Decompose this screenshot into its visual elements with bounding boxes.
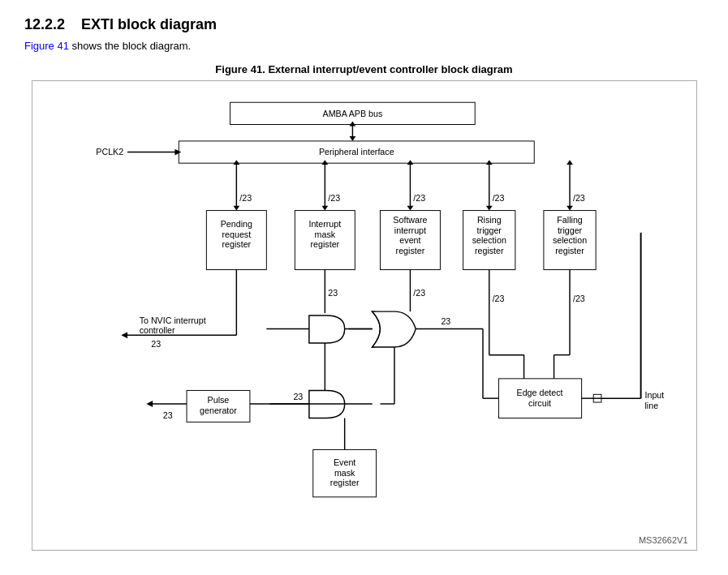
edge-detect-label: Edge detect: [516, 388, 562, 397]
peripheral-interface-label: Peripheral interface: [318, 147, 394, 157]
amba-apb-label: AMBA APB bus: [322, 109, 382, 118]
watermark: MS32662V1: [639, 535, 688, 545]
interrupt-mask-label2: mask: [314, 230, 335, 239]
bus-label-5: /23: [572, 193, 584, 203]
edge-detect-label2: circuit: [528, 398, 551, 408]
software-interrupt-label4: register: [395, 246, 424, 255]
rising-trigger-label2: trigger: [476, 225, 502, 235]
bus-label-1: /23: [239, 193, 252, 203]
pending-request-label3: register: [222, 239, 251, 249]
svg-marker-20: [566, 206, 573, 211]
pulse-bus-label: 23: [293, 392, 303, 401]
svg-marker-14: [407, 206, 413, 211]
rising-bus-label: /23: [492, 294, 504, 303]
svg-marker-17: [485, 206, 492, 211]
svg-marker-2: [349, 136, 355, 141]
falling-bus-label: /23: [572, 294, 584, 303]
pulse-gen-label: Pulse: [207, 395, 229, 405]
rising-trigger-label: Rising: [476, 215, 501, 225]
input-line-label2: line: [644, 401, 658, 410]
input-line-label: Input: [644, 390, 664, 400]
figure-caption: Figure 41. External interrupt/event cont…: [24, 63, 704, 75]
bus-label-2: /23: [328, 193, 340, 203]
bus-label-4: /23: [492, 193, 504, 203]
section-header: 12.2.2 EXTI block diagram: [24, 16, 704, 33]
section-number: 12.2.2: [24, 16, 65, 33]
event-mask-label: Event: [333, 457, 355, 467]
pulse-out-bus-label: 23: [162, 410, 172, 420]
falling-trigger-label4: register: [555, 246, 584, 255]
diagram-container: AMBA APB bus Peripheral interface PCLK2 …: [32, 80, 697, 551]
pending-request-label: Pending: [220, 219, 252, 229]
bus-label-3: /23: [413, 193, 425, 203]
to-nvic-label2: controller: [139, 325, 174, 335]
interrupt-mask-label3: register: [310, 239, 339, 249]
svg-marker-8: [233, 206, 239, 211]
event-mask-label3: register: [330, 478, 359, 487]
pulse-gen-label2: generator: [200, 406, 237, 415]
pclk2-label: PCLK2: [96, 147, 123, 157]
nvic-bus-label: 23: [151, 339, 161, 349]
event-mask-label2: mask: [334, 468, 355, 478]
svg-marker-29: [121, 332, 127, 338]
and-bus-label1: 23: [328, 288, 338, 298]
svg-marker-41: [146, 401, 153, 407]
pending-request-label2: request: [222, 230, 251, 239]
or-bus-label1: /23: [413, 288, 425, 298]
software-interrupt-label: Software: [393, 215, 427, 225]
or-out-bus-label: 23: [441, 316, 450, 326]
software-interrupt-label3: event: [399, 235, 420, 245]
rising-trigger-label4: register: [474, 246, 503, 255]
interrupt-mask-label: Interrupt: [308, 219, 341, 229]
falling-trigger-label2: trigger: [557, 225, 582, 235]
rising-trigger-label3: selection: [472, 235, 506, 245]
intro-paragraph: Figure 41 shows the block diagram.: [24, 40, 704, 52]
svg-marker-11: [321, 206, 328, 211]
svg-marker-21: [566, 160, 573, 165]
section-title: EXTI block diagram: [81, 16, 217, 33]
to-nvic-label: To NVIC interrupt: [139, 315, 205, 325]
figure-link[interactable]: Figure 41: [24, 40, 69, 52]
falling-trigger-label: Falling: [557, 215, 583, 225]
falling-trigger-label3: selection: [552, 235, 586, 245]
software-interrupt-label2: interrupt: [394, 225, 425, 235]
